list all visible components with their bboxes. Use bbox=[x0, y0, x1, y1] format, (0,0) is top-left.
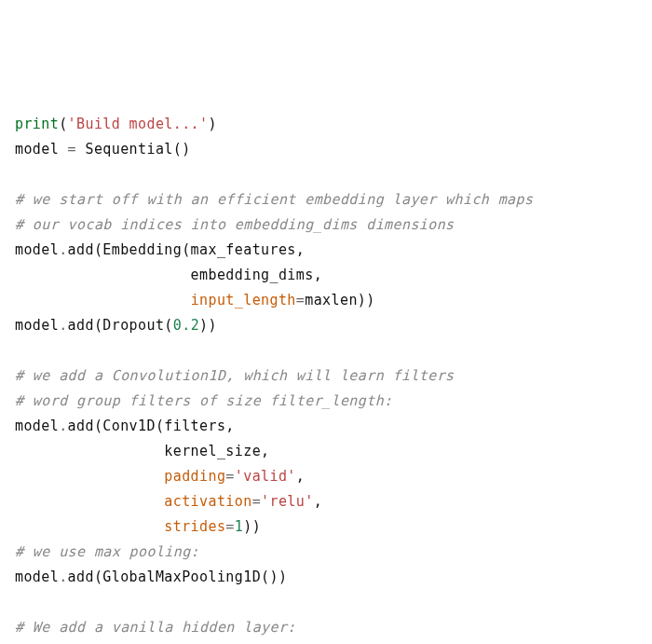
comment: # our vocab indices into embedding_dims … bbox=[15, 216, 455, 233]
code-block: print('Build model...') model = Sequenti… bbox=[15, 112, 637, 644]
operator-eq: = bbox=[225, 518, 234, 535]
indent bbox=[15, 518, 164, 535]
kwarg-name: strides bbox=[164, 518, 225, 535]
indent bbox=[15, 493, 164, 510]
identifier: maxlen)) bbox=[305, 292, 374, 308]
string-literal: 'Build model...' bbox=[68, 116, 209, 132]
call: add(Dropout( bbox=[68, 317, 173, 334]
line: model = Sequential() bbox=[15, 141, 191, 158]
comment: # we add a Convolution1D, which will lea… bbox=[15, 367, 455, 384]
call: add(Conv1D(filters, bbox=[68, 418, 235, 434]
identifier: model bbox=[15, 317, 59, 334]
identifier: model bbox=[15, 418, 59, 434]
comma: , bbox=[314, 493, 322, 510]
comment: # word group filters of size filter_leng… bbox=[15, 392, 393, 409]
paren: )) bbox=[243, 518, 261, 535]
number: 0.2 bbox=[173, 317, 199, 334]
line: model.add(Embedding(max_features, bbox=[15, 241, 305, 258]
indent bbox=[15, 292, 191, 308]
operator-eq: = bbox=[68, 141, 86, 158]
line: input_length=maxlen)) bbox=[15, 292, 375, 308]
comment: # We add a vanilla hidden layer: bbox=[15, 619, 296, 636]
line: activation='relu', bbox=[15, 493, 322, 510]
indent bbox=[15, 468, 164, 485]
builtin-print: print bbox=[15, 116, 59, 132]
call: add(GlobalMaxPooling1D()) bbox=[68, 569, 288, 585]
dot: . bbox=[59, 569, 67, 585]
kwarg-name: activation bbox=[164, 493, 251, 510]
operator-eq: = bbox=[296, 292, 305, 308]
kwarg-name: padding bbox=[164, 468, 225, 485]
line: model.add(Conv1D(filters, bbox=[15, 418, 235, 434]
call: Sequential() bbox=[85, 141, 190, 158]
comma: , bbox=[296, 468, 305, 485]
dot: . bbox=[59, 418, 67, 434]
comment: # we use max pooling: bbox=[15, 543, 199, 560]
kwarg-name: input_length bbox=[191, 292, 296, 308]
line: embedding_dims, bbox=[15, 267, 322, 283]
paren: )) bbox=[199, 317, 217, 334]
identifier: model bbox=[15, 569, 59, 585]
operator-eq: = bbox=[225, 468, 234, 485]
line: kernel_size, bbox=[15, 443, 270, 459]
line: model.add(GlobalMaxPooling1D()) bbox=[15, 569, 287, 585]
identifier: model bbox=[15, 141, 68, 158]
number: 1 bbox=[235, 518, 243, 535]
line: print('Build model...') bbox=[15, 116, 217, 132]
dot: . bbox=[59, 241, 67, 258]
string-literal: 'relu' bbox=[261, 493, 314, 510]
line: padding='valid', bbox=[15, 468, 305, 485]
operator-eq: = bbox=[252, 493, 261, 510]
call: add(Embedding(max_features, bbox=[68, 241, 306, 258]
comment: # we start off with an efficient embeddi… bbox=[15, 191, 533, 208]
dot: . bbox=[59, 317, 67, 334]
line: model.add(Dropout(0.2)) bbox=[15, 317, 217, 334]
identifier: model bbox=[15, 241, 59, 258]
line: strides=1)) bbox=[15, 518, 261, 535]
string-literal: 'valid' bbox=[235, 468, 296, 485]
